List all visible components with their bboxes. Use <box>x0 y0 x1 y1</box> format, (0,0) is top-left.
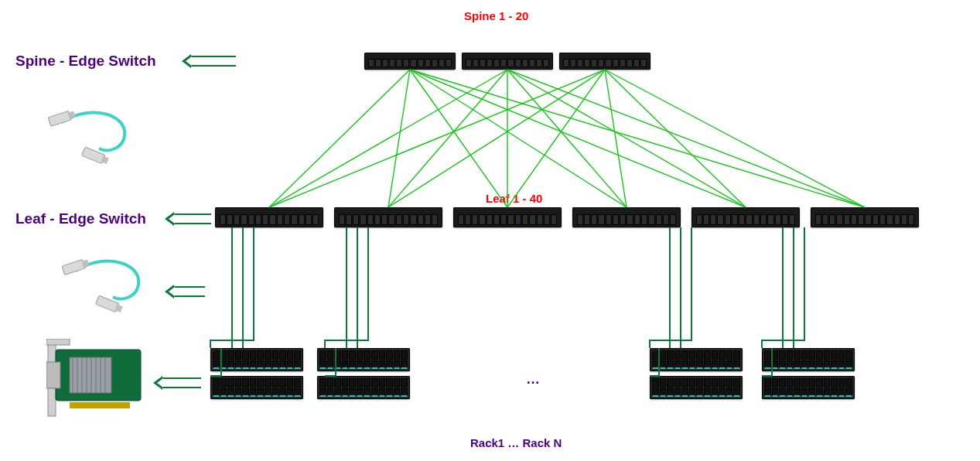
diagram-stage: Spine 1 - 20 Spine - Edge Switch Leaf 1 … <box>0 0 980 461</box>
server-group-4 <box>762 348 855 399</box>
svg-rect-11 <box>46 362 60 388</box>
svg-line-26 <box>410 70 746 207</box>
spine-switch-3 <box>559 53 650 70</box>
svg-line-39 <box>605 70 865 207</box>
svg-line-22 <box>269 70 410 207</box>
svg-line-27 <box>410 70 865 207</box>
svg-line-29 <box>388 70 507 207</box>
leaf-switch-3 <box>453 207 562 227</box>
svg-line-23 <box>388 70 410 207</box>
spine-range-label: Spine 1 - 20 <box>464 9 528 22</box>
leaf-switch-6 <box>811 207 919 227</box>
svg-line-38 <box>605 70 746 207</box>
leaf-switch-1 <box>215 207 323 227</box>
svg-line-31 <box>507 70 627 207</box>
nic-card-icon <box>46 339 147 424</box>
spine-switch-2 <box>462 53 553 70</box>
svg-line-35 <box>388 70 605 207</box>
server-group-1 <box>210 348 303 399</box>
leaf-switch-4 <box>572 207 681 227</box>
arrow-leaf-edge <box>174 213 211 224</box>
spine-switch-1 <box>364 53 456 70</box>
svg-line-25 <box>410 70 627 207</box>
svg-rect-21 <box>70 402 130 408</box>
server-ellipsis: … <box>526 371 540 388</box>
arrow-cable-mid <box>174 286 205 297</box>
svg-line-37 <box>605 70 627 207</box>
aoc-cable-icon-mid <box>60 257 161 319</box>
leaf-switch-2 <box>334 207 442 227</box>
leaf-edge-label: Leaf - Edge Switch <box>15 210 146 227</box>
svg-line-32 <box>507 70 746 207</box>
arrow-spine-edge <box>191 56 236 67</box>
svg-line-24 <box>410 70 507 207</box>
arrow-nic <box>162 377 201 388</box>
aoc-cable-icon-top <box>46 108 147 170</box>
svg-line-36 <box>507 70 605 207</box>
svg-rect-9 <box>46 339 70 345</box>
leaf-switch-5 <box>691 207 800 227</box>
racks-label: Rack1 … Rack N <box>470 436 562 449</box>
server-group-3 <box>650 348 743 399</box>
spine-edge-label: Spine - Edge Switch <box>15 53 156 70</box>
svg-line-28 <box>269 70 507 207</box>
server-group-2 <box>317 348 410 399</box>
svg-line-34 <box>269 70 605 207</box>
svg-line-33 <box>507 70 865 207</box>
leaf-range-label: Leaf 1 - 40 <box>486 192 542 205</box>
